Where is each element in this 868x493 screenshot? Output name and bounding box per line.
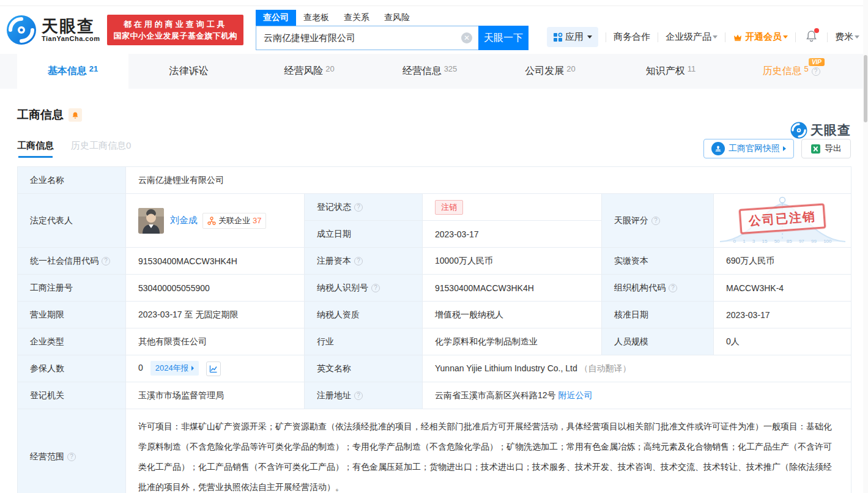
tianyancha-logo[interactable]: 天眼查 TianYanCha.com <box>6 15 100 45</box>
divider <box>827 32 828 42</box>
legal-rep-photo[interactable] <box>138 208 164 234</box>
search-input[interactable] <box>256 26 478 50</box>
english-name-value: Yunnan Yijie Lithium Industry Co., Ltd <box>435 363 577 373</box>
credit-code-value: 91530400MACCW3HK4H <box>126 248 305 275</box>
official-snapshot-button[interactable]: 工商官网快照 <box>703 139 794 158</box>
nearby-companies-link[interactable]: 附近公司 <box>558 390 592 400</box>
business-info-section: 天眼查 工商信息 工商信息 历史工商信息0 工商官网快照 <box>0 107 868 493</box>
top-divider <box>0 0 868 6</box>
company-type-value: 其他有限责任公司 <box>126 328 305 355</box>
reg-address-label: 注册地址? <box>305 382 423 409</box>
search-button[interactable]: 天眼一下 <box>478 26 529 50</box>
company-name-label: 企业名称 <box>18 167 126 194</box>
annual-report-badge[interactable]: 2024年报 <box>150 361 199 376</box>
table-row: 营业期限 2023-03-17 至 无固定期限 纳税人资质 增值税一般纳税人 核… <box>18 302 851 328</box>
divider <box>795 32 796 42</box>
search-box: ✕ 天眼一下 <box>256 26 529 50</box>
user-menu[interactable]: 费米 <box>835 31 859 43</box>
watermark-text: 天眼查 <box>811 122 851 139</box>
tab-company-development[interactable]: 公司发展 20 <box>490 54 610 89</box>
promo-banner: 都在用的商业查询工具 国家中小企业发展子基金旗下机构 <box>107 15 243 45</box>
notification-dot <box>814 28 819 33</box>
industry-value: 化学原料和化学制品制造业 <box>423 328 602 355</box>
tab-legal-proceedings[interactable]: 法律诉讼 <box>128 54 249 89</box>
notification-bell-button[interactable] <box>806 30 817 44</box>
english-name-label: 英文名称 <box>305 355 423 382</box>
help-icon[interactable]: ? <box>102 257 110 265</box>
apps-menu[interactable]: 应用 <box>547 27 598 47</box>
related-companies-button[interactable]: 关联企业 37 <box>202 213 266 229</box>
trend-chart-button[interactable] <box>206 361 221 376</box>
subtab-business-info[interactable]: 工商信息 <box>17 140 54 158</box>
tab-intellectual-property[interactable]: 知识产权 11 <box>610 54 731 89</box>
reg-capital-label: 注册资本? <box>305 248 423 275</box>
taxpayer-quality-label: 纳税人资质 <box>305 302 423 328</box>
subtab-actions: 工商官网快照 导出 <box>703 139 851 158</box>
tab-label: 法律诉讼 <box>169 65 209 78</box>
arrow-right-icon <box>783 146 786 151</box>
help-icon[interactable]: ? <box>812 67 820 76</box>
search-tab-risk[interactable]: 查风险 <box>377 10 417 26</box>
search-area: 查公司 查老板 查关系 查风险 ✕ 天眼一下 <box>256 10 529 50</box>
enterprise-menu[interactable]: 企业级产品 <box>666 31 718 43</box>
table-row: 登记机关 玉溪市市场监督管理局 注册地址? 云南省玉溪市高新区兴科路12号 附近… <box>18 382 851 409</box>
tab-count: 20 <box>325 64 334 73</box>
business-scope-label: 经营范围? <box>18 409 126 493</box>
help-icon[interactable]: ? <box>371 284 380 292</box>
help-icon[interactable]: ? <box>354 257 363 265</box>
company-nav-tabs: 基本信息 21 法律诉讼 经营风险 20 经营信息 325 公司发展 20 知识… <box>0 54 868 89</box>
scrollbar-thumb[interactable] <box>864 55 867 122</box>
reg-address-cell: 云南省玉溪市高新区兴科路12号 附近公司 <box>423 382 851 409</box>
search-tab-relation[interactable]: 查关系 <box>336 10 377 26</box>
snapshot-label: 工商官网快照 <box>729 143 780 154</box>
table-row: 统一社会信用代码? 91530400MACCW3HK4H 注册资本? 10000… <box>18 248 851 275</box>
help-icon[interactable]: ? <box>354 203 363 212</box>
taxpayer-id-value: 91530400MACCW3HK4H <box>423 275 602 302</box>
logo-domain: TianYanCha.com <box>42 35 100 42</box>
reg-address-value: 云南省玉溪市高新区兴科路12号 <box>435 390 556 400</box>
cooperation-link[interactable]: 商务合作 <box>614 31 650 43</box>
export-button[interactable]: 导出 <box>801 139 851 158</box>
promo-line2: 国家中小企业发展子基金旗下机构 <box>113 30 237 42</box>
reg-authority-value: 玉溪市市场监督管理局 <box>126 382 305 409</box>
tab-label: 知识产权 <box>646 65 685 78</box>
clear-icon[interactable]: ✕ <box>461 32 472 43</box>
subscribe-bell-button[interactable] <box>69 108 82 122</box>
help-icon[interactable]: ? <box>354 391 363 400</box>
chevron-down-icon <box>713 35 718 39</box>
reg-status-value: 注销 <box>423 194 602 221</box>
score-axis-labels: 0 1 3 15 50 85 97 99 100 <box>714 239 851 244</box>
industry-label: 行业 <box>305 328 423 355</box>
insured-count-value: 0 <box>138 363 143 373</box>
tab-count: 21 <box>89 64 98 73</box>
establish-date-label: 成立日期 <box>305 221 423 248</box>
header-nav: 应用 商务合作 企业级产品 开通会员 费米 <box>547 27 859 47</box>
org-code-label: 组织机构代码? <box>602 275 714 302</box>
arrow-right-icon <box>191 366 194 371</box>
business-scope-value: 许可项目：非煤矿山矿产资源开采；矿产资源勘查（依法须经批准的项目，经相关部门批准… <box>126 409 851 493</box>
approval-date-label: 核准日期 <box>602 302 714 328</box>
logo-title: 天眼查 <box>42 18 100 35</box>
bell-icon <box>72 111 79 119</box>
taxpayer-quality-value: 增值税一般纳税人 <box>423 302 602 328</box>
subtab-history-business-info[interactable]: 历史工商信息0 <box>71 140 131 158</box>
tab-count: 325 <box>444 64 458 73</box>
legal-rep-name-link[interactable]: 刘金成 <box>170 215 198 226</box>
help-icon[interactable]: ? <box>67 453 76 461</box>
tab-label: 历史信息 <box>762 65 801 78</box>
tab-basic-info[interactable]: 基本信息 21 <box>17 54 128 89</box>
apps-grid-icon <box>553 32 563 42</box>
help-icon[interactable]: ? <box>669 284 677 292</box>
tab-operating-risk[interactable]: 经营风险 20 <box>249 54 369 89</box>
page-scrollbar[interactable] <box>863 0 868 493</box>
search-tab-boss[interactable]: 查老板 <box>296 10 336 26</box>
tab-history-info[interactable]: VIP 历史信息 5 ? <box>731 54 851 89</box>
business-term-label: 营业期限 <box>18 302 126 328</box>
divider <box>725 32 725 42</box>
vip-upgrade-button[interactable]: 开通会员 <box>733 31 788 43</box>
export-label: 导出 <box>825 143 842 154</box>
company-name-value: 云南亿捷锂业有限公司 <box>126 167 851 194</box>
tab-business-info[interactable]: 经营信息 325 <box>369 54 490 89</box>
search-tab-company[interactable]: 查公司 <box>256 10 296 26</box>
help-icon[interactable]: ? <box>651 217 660 225</box>
